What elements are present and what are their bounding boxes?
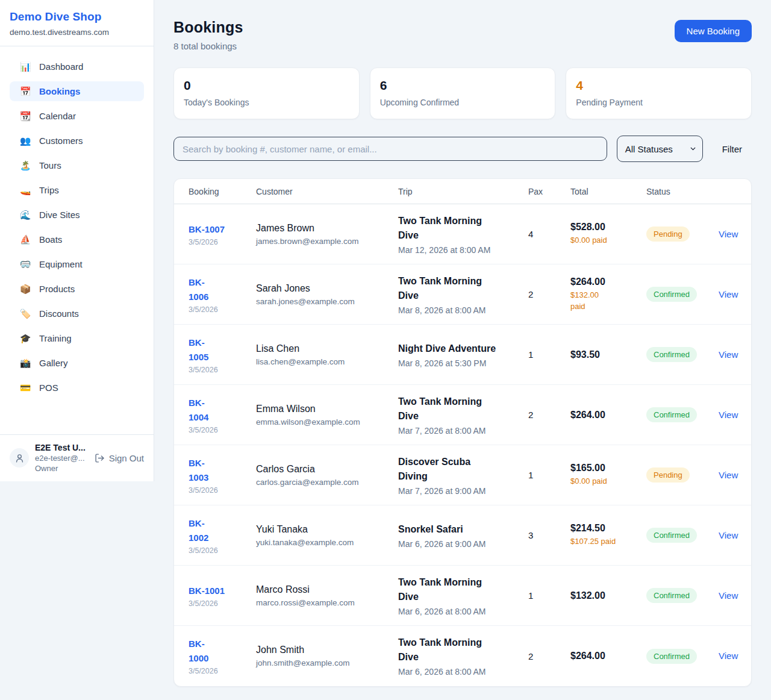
- logout-icon: [95, 453, 105, 463]
- sidebar-item-label: Tours: [39, 160, 61, 170]
- sidebar: Demo Dive Shop demo.test.divestreams.com…: [0, 0, 154, 481]
- sidebar-item-trips[interactable]: 🚤 Trips: [10, 180, 144, 200]
- view-link[interactable]: View: [719, 349, 738, 360]
- total-amount: $264.00: [570, 410, 646, 420]
- table-row: BK- 1000 3/5/2026 John Smith john.smith@…: [174, 626, 751, 686]
- sidebar-item-label: Discounts: [39, 308, 79, 319]
- status-badge: Confirmed: [646, 407, 697, 422]
- status-badge: Pending: [646, 467, 690, 483]
- booking-id-link[interactable]: BK- 1005: [189, 336, 208, 364]
- customer-email: sarah.jones@example.com: [256, 297, 398, 306]
- sidebar-item-calendar[interactable]: 📆 Calendar: [10, 106, 144, 126]
- sidebar-item-label: POS: [39, 383, 58, 393]
- column-header-booking: Booking: [189, 187, 256, 196]
- view-link[interactable]: View: [719, 470, 738, 480]
- sign-out-button[interactable]: Sign Out: [95, 453, 144, 463]
- stat-value: 0: [184, 78, 349, 93]
- sailboat-icon: ⛵: [19, 235, 31, 244]
- view-link[interactable]: View: [719, 289, 738, 299]
- view-link[interactable]: View: [719, 590, 738, 601]
- view-link[interactable]: View: [719, 530, 738, 540]
- customer-name: John Smith: [256, 645, 398, 655]
- trip-name: Two Tank Morning Dive: [398, 214, 528, 243]
- sidebar-item-products[interactable]: 📦 Products: [10, 279, 144, 299]
- user-name: E2E Test U...: [35, 443, 86, 452]
- table-row: BK-1007 3/5/2026 James Brown james.brown…: [174, 204, 751, 264]
- shop-header: Demo Dive Shop demo.test.divestreams.com: [0, 0, 154, 46]
- total-amount: $528.00: [570, 222, 646, 233]
- main-content: Bookings 8 total bookings New Booking 0 …: [154, 0, 771, 700]
- booking-id-link[interactable]: BK- 1003: [189, 456, 208, 485]
- calendar-icon: 📅: [19, 87, 31, 96]
- sidebar-item-tours[interactable]: 🏝️ Tours: [10, 155, 144, 175]
- stat-label: Pending Payment: [576, 98, 741, 107]
- status-badge: Confirmed: [646, 347, 697, 362]
- sidebar-item-label: Bookings: [39, 86, 80, 96]
- booking-created-date: 3/5/2026: [189, 667, 256, 675]
- table-row: BK- 1005 3/5/2026 Lisa Chen lisa.chen@ex…: [174, 325, 751, 385]
- camera-flash-icon: 📸: [19, 358, 31, 367]
- page-title: Bookings: [173, 19, 243, 36]
- view-link[interactable]: View: [719, 410, 738, 420]
- shop-domain: demo.test.divestreams.com: [10, 28, 144, 37]
- stat-value: 6: [380, 78, 546, 93]
- view-link[interactable]: View: [719, 229, 738, 239]
- avatar: [10, 448, 29, 467]
- trip-datetime: Mar 7, 2026 at 9:00 AM: [398, 486, 528, 496]
- tear-off-calendar-icon: 📆: [19, 111, 31, 120]
- new-booking-button[interactable]: New Booking: [675, 20, 752, 42]
- trip-datetime: Mar 6, 2026 at 9:00 AM: [398, 539, 528, 549]
- bookings-table: Booking Customer Trip Pax Total Status B…: [173, 178, 752, 687]
- table-row: BK- 1003 3/5/2026 Carlos Garcia carlos.g…: [174, 445, 751, 505]
- sidebar-item-label: Gallery: [39, 358, 68, 368]
- status-badge: Confirmed: [646, 588, 697, 603]
- sidebar-item-equipment[interactable]: 🥽 Equipment: [10, 254, 144, 274]
- user-section: E2E Test U... e2e-tester@... Owner Sign …: [0, 434, 154, 481]
- sidebar-item-gallery[interactable]: 📸 Gallery: [10, 353, 144, 373]
- search-input[interactable]: [173, 137, 607, 161]
- status-filter-select[interactable]: All Statuses: [617, 136, 703, 162]
- customer-email: john.smith@example.com: [256, 658, 398, 667]
- customer-email: carlos.garcia@example.com: [256, 478, 398, 487]
- total-amount: $214.50: [570, 523, 646, 534]
- booking-id-link[interactable]: BK-1001: [189, 584, 225, 598]
- sidebar-item-pos[interactable]: 💳 POS: [10, 378, 144, 398]
- customer-name: Emma Wilson: [256, 404, 398, 414]
- sidebar-item-dashboard[interactable]: 📊 Dashboard: [10, 57, 144, 77]
- table-row: BK-1001 3/5/2026 Marco Rossi marco.rossi…: [174, 566, 751, 626]
- sidebar-item-bookings[interactable]: 📅 Bookings: [10, 81, 144, 101]
- sidebar-item-training[interactable]: 🎓 Training: [10, 328, 144, 348]
- people-icon: 👥: [19, 136, 31, 145]
- total-amount: $165.00: [570, 463, 646, 473]
- column-header-pax: Pax: [528, 187, 570, 196]
- paid-amount: $0.00 paid: [570, 476, 646, 487]
- sidebar-item-discounts[interactable]: 🏷️ Discounts: [10, 304, 144, 323]
- table-row: BK- 1004 3/5/2026 Emma Wilson emma.wilso…: [174, 385, 751, 445]
- booking-id-link[interactable]: BK- 1000: [189, 637, 208, 666]
- booking-created-date: 3/5/2026: [189, 546, 256, 555]
- column-header-customer: Customer: [256, 187, 398, 196]
- trip-name: Two Tank Morning Dive: [398, 395, 528, 423]
- table-header-row: Booking Customer Trip Pax Total Status: [174, 179, 751, 204]
- pax-count: 1: [528, 349, 570, 360]
- trip-datetime: Mar 8, 2026 at 5:30 PM: [398, 358, 528, 368]
- sidebar-item-boats[interactable]: ⛵ Boats: [10, 230, 144, 249]
- sign-out-label: Sign Out: [109, 453, 144, 463]
- user-email: e2e-tester@...: [35, 454, 86, 463]
- booking-created-date: 3/5/2026: [189, 238, 256, 246]
- sidebar-item-customers[interactable]: 👥 Customers: [10, 131, 144, 151]
- filter-button[interactable]: Filter: [713, 144, 752, 154]
- sidebar-item-dive-sites[interactable]: 🌊 Dive Sites: [10, 205, 144, 225]
- sidebar-item-label: Calendar: [39, 111, 76, 121]
- pax-count: 2: [528, 289, 570, 299]
- customer-name: Marco Rossi: [256, 584, 398, 595]
- customer-email: james.brown@example.com: [256, 237, 398, 246]
- view-link[interactable]: View: [719, 651, 738, 661]
- booking-id-link[interactable]: BK- 1006: [189, 275, 208, 304]
- booking-id-link[interactable]: BK- 1004: [189, 396, 208, 425]
- booking-id-link[interactable]: BK- 1002: [189, 516, 208, 545]
- stat-card-pending-payment: 4 Pending Payment: [566, 67, 752, 119]
- booking-created-date: 3/5/2026: [189, 486, 256, 495]
- booking-id-link[interactable]: BK-1007: [189, 222, 225, 237]
- sidebar-item-label: Equipment: [39, 259, 83, 269]
